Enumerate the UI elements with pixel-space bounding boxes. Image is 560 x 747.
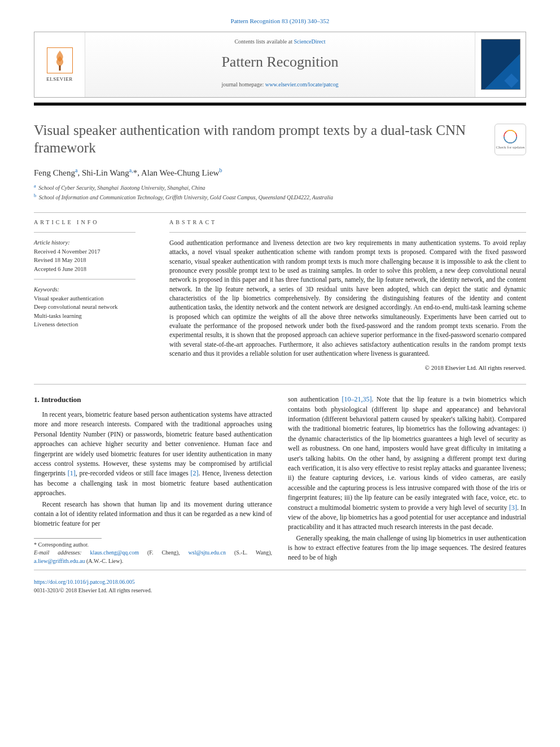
info-divider [34, 279, 135, 279]
doi-link[interactable]: https://doi.org/10.1016/j.patcog.2018.06… [34, 579, 135, 585]
journal-title-cell: Contents lists available at ScienceDirec… [85, 32, 475, 97]
body-paragraph: Recent research has shown that human lip… [34, 500, 272, 529]
footnotes-block: * Corresponding author. E-mail addresses… [34, 541, 272, 566]
svg-rect-1 [59, 65, 60, 71]
citation-link[interactable]: [1] [68, 469, 76, 477]
crossmark-icon [502, 129, 518, 145]
homepage-prefix: journal homepage: [221, 81, 265, 88]
keyword-item: Visual speaker authentication [34, 294, 152, 303]
email-link[interactable]: klaus.cheng@qq.com [90, 549, 139, 556]
publisher-name: ELSEVIER [46, 76, 73, 83]
email-link[interactable]: wsl@sjtu.edu.cn [189, 549, 226, 556]
abstract-divider [169, 232, 526, 233]
header-citation: Pattern Recognition 83 (2018) 340–352 [34, 17, 526, 26]
section-divider [34, 212, 526, 213]
citation-link[interactable]: [3] [509, 504, 517, 512]
journal-name: Pattern Recognition [91, 51, 469, 73]
divider-bar [34, 102, 526, 106]
corresponding-author-note: * Corresponding author. [34, 541, 272, 549]
accepted-date: Accepted 6 June 2018 [34, 265, 152, 273]
contents-prefix: Contents lists available at [234, 38, 294, 45]
journal-cover-thumbnail [481, 39, 520, 90]
history-label: Article history: [34, 238, 152, 247]
abstract-copyright: © 2018 Elsevier Ltd. All rights reserved… [169, 364, 526, 373]
journal-cover-cell [475, 32, 526, 97]
keywords-block: Keywords: Visual speaker authenticationD… [34, 285, 152, 329]
authors-line: Feng Chenga, Shi-Lin Wanga,*, Alan Wee-C… [34, 167, 526, 180]
body-paragraph: In recent years, biometric feature based… [34, 410, 272, 499]
journal-header-box: ELSEVIER Contents lists available at Sci… [34, 32, 526, 98]
email-link[interactable]: a.liew@griffith.edu.au [34, 558, 85, 564]
check-for-updates-badge[interactable]: Check for updates [495, 124, 526, 155]
email-addresses-line: E-mail addresses: klaus.cheng@qq.com (F.… [34, 549, 272, 565]
citation-link[interactable]: [2] [190, 469, 198, 477]
contents-available-line: Contents lists available at ScienceDirec… [91, 38, 469, 46]
keyword-item: Liveness detection [34, 320, 152, 329]
body-paragraph: Generally speaking, the main challenge o… [288, 534, 526, 563]
article-info-heading: ARTICLE INFO [34, 219, 152, 227]
issn-copyright-line: 0031-3203/© 2018 Elsevier Ltd. All right… [34, 587, 526, 595]
section-heading-introduction: 1. Introduction [34, 395, 272, 405]
affiliation-line: b School of Information and Communicatio… [34, 193, 526, 202]
sciencedirect-link[interactable]: ScienceDirect [294, 38, 325, 45]
article-body: 1. Introduction In recent years, biometr… [34, 395, 526, 565]
keywords-label: Keywords: [34, 285, 152, 294]
body-paragraph: son authentication [10–21,35]. Note that… [288, 395, 526, 532]
abstract-heading: ABSTRACT [169, 219, 526, 227]
citation-link[interactable]: [10–21,35] [342, 395, 371, 403]
check-badge-label: Check for updates [496, 145, 525, 150]
affiliation-line: a School of Cyber Security, Shanghai Jia… [34, 183, 526, 193]
info-divider [34, 232, 135, 233]
received-date: Received 4 November 2017 [34, 247, 152, 256]
article-title: Visual speaker authentication with rando… [34, 121, 488, 157]
keyword-item: Multi-tasks learning [34, 312, 152, 320]
elsevier-tree-icon [46, 46, 74, 75]
journal-homepage-link[interactable]: www.elsevier.com/locate/patcog [265, 81, 339, 88]
abstract-text: Good authentication performance and live… [169, 238, 526, 358]
journal-homepage-line: journal homepage: www.elsevier.com/locat… [91, 81, 469, 89]
article-history-block: Article history: Received 4 November 201… [34, 238, 152, 273]
affiliations: a School of Cyber Security, Shanghai Jia… [34, 183, 526, 202]
publisher-logo-cell: ELSEVIER [34, 32, 85, 97]
revised-date: Revised 18 May 2018 [34, 256, 152, 264]
page-footer: https://doi.org/10.1016/j.patcog.2018.06… [34, 578, 526, 595]
footer-divider [34, 570, 526, 570]
keyword-item: Deep convolutional neural network [34, 303, 152, 311]
footnote-divider [34, 538, 102, 539]
section-divider [34, 384, 526, 385]
